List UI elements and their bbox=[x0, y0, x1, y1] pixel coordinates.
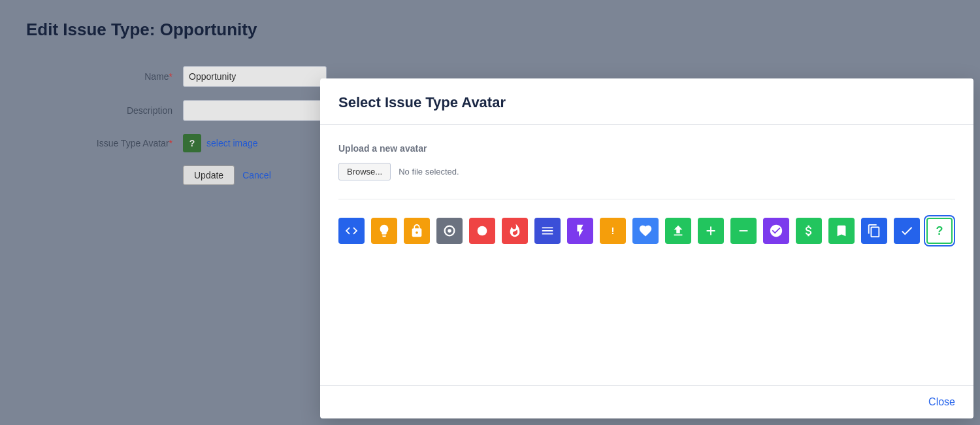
check-circle-icon[interactable] bbox=[763, 218, 789, 244]
modal-title: Select Issue Type Avatar bbox=[338, 94, 955, 111]
heart-icon[interactable] bbox=[632, 218, 659, 244]
upload-label: Upload a new avatar bbox=[338, 143, 955, 154]
dollar-icon[interactable] bbox=[796, 218, 822, 244]
modal-header: Select Issue Type Avatar bbox=[320, 78, 973, 125]
bookmark-icon[interactable] bbox=[828, 218, 855, 244]
bolt-icon[interactable] bbox=[567, 218, 593, 244]
upload-icon[interactable] bbox=[665, 218, 691, 244]
question-icon[interactable]: ? bbox=[926, 218, 953, 244]
lightbulb-icon[interactable] bbox=[371, 218, 397, 244]
upload-section: Upload a new avatar Browse... No file se… bbox=[338, 143, 955, 199]
lock-icon[interactable] bbox=[404, 218, 430, 244]
svg-point-1 bbox=[448, 229, 451, 233]
browse-button[interactable]: Browse... bbox=[338, 163, 391, 180]
lines-icon[interactable] bbox=[534, 218, 561, 244]
record-icon[interactable] bbox=[469, 218, 495, 244]
minus-icon[interactable] bbox=[730, 218, 757, 244]
icons-grid: !? bbox=[338, 218, 955, 244]
circle-icon[interactable] bbox=[436, 218, 463, 244]
modal-body: Upload a new avatar Browse... No file se… bbox=[320, 125, 973, 385]
exclaim-icon[interactable]: ! bbox=[600, 218, 626, 244]
plus-icon[interactable] bbox=[698, 218, 724, 244]
no-file-text: No file selected. bbox=[399, 167, 459, 177]
checkmark-icon[interactable] bbox=[894, 218, 920, 244]
svg-point-2 bbox=[478, 226, 487, 236]
fire-icon[interactable] bbox=[502, 218, 528, 244]
code-icon[interactable] bbox=[338, 218, 365, 244]
copy-icon[interactable] bbox=[861, 218, 887, 244]
avatar-modal: Select Issue Type Avatar Upload a new av… bbox=[320, 78, 973, 418]
close-button[interactable]: Close bbox=[928, 396, 955, 408]
modal-footer: Close bbox=[320, 385, 973, 418]
upload-controls: Browse... No file selected. bbox=[338, 163, 955, 180]
icons-section: !? bbox=[338, 199, 955, 244]
svg-text:!: ! bbox=[612, 226, 615, 236]
